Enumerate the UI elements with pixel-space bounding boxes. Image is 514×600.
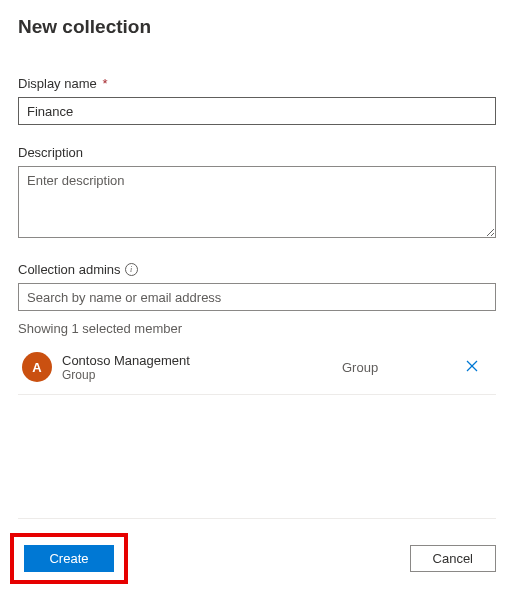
member-type: Group	[342, 360, 452, 375]
cancel-button[interactable]: Cancel	[410, 545, 496, 572]
admins-search-input[interactable]	[18, 283, 496, 311]
create-highlight: Create	[10, 533, 128, 584]
info-icon[interactable]: i	[125, 263, 138, 276]
display-name-label: Display name *	[18, 76, 496, 91]
description-label: Description	[18, 145, 496, 160]
description-field: Description	[18, 145, 496, 242]
create-button[interactable]: Create	[24, 545, 114, 572]
page-title: New collection	[18, 16, 496, 38]
avatar: A	[22, 352, 52, 382]
member-subtext: Group	[62, 368, 342, 382]
display-name-field: Display name *	[18, 76, 496, 125]
display-name-label-text: Display name	[18, 76, 97, 91]
member-name: Contoso Management	[62, 353, 342, 368]
member-row: A Contoso Management Group Group	[18, 344, 496, 395]
member-info: Contoso Management Group	[62, 353, 342, 382]
required-indicator: *	[102, 76, 107, 91]
collection-admins-field: Collection admins i Showing 1 selected m…	[18, 262, 496, 395]
display-name-input[interactable]	[18, 97, 496, 125]
collection-admins-label: Collection admins	[18, 262, 121, 277]
remove-member-icon[interactable]	[452, 358, 492, 376]
selected-member-count: Showing 1 selected member	[18, 321, 496, 336]
dialog-footer: Create Cancel	[18, 518, 496, 600]
description-input[interactable]	[18, 166, 496, 238]
